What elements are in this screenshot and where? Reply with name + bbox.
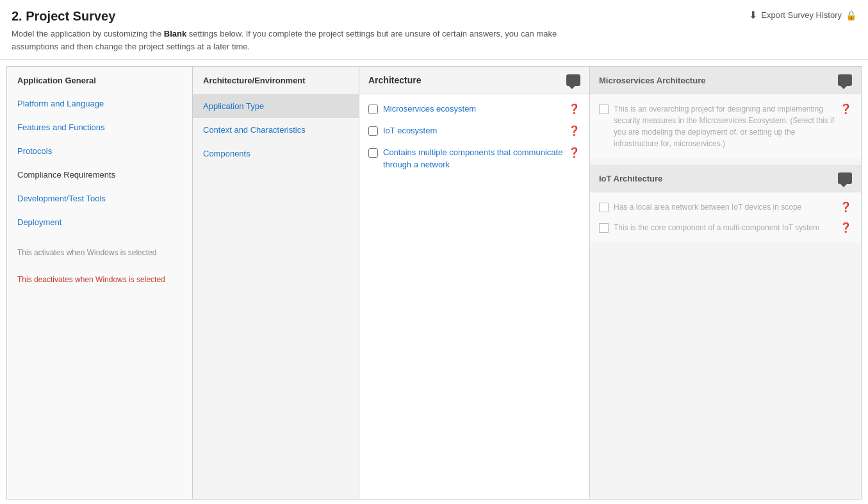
help-icon-iot[interactable]: ❓ — [568, 125, 580, 137]
iot-card-title: IoT Architecture — [599, 174, 662, 183]
arch-panel-header: Architecture — [359, 67, 589, 94]
lock-icon: 🔒 — [846, 10, 856, 21]
microservices-checkbox-disabled — [599, 105, 609, 114]
arch-panel-body: Microservices ecosystem ❓ IoT ecosystem … — [359, 94, 589, 190]
middle-column: Architecture/Environment Application Typ… — [193, 67, 359, 499]
middle-nav-components[interactable]: Components — [193, 142, 359, 165]
help-icon-iot-0: ❓ — [840, 201, 852, 213]
right-panel: Microservices Architecture This is an ov… — [590, 67, 861, 499]
middle-col-title: Architecture/Environment — [193, 76, 359, 94]
iot-card-header: IoT Architecture — [590, 165, 861, 192]
desc-bold: Blank — [164, 29, 186, 38]
checkbox-row-microservices: Microservices ecosystem ❓ — [368, 103, 580, 115]
microservices-card-header: Microservices Architecture — [590, 67, 861, 94]
microservices-card-body: This is an overarching project for desig… — [590, 94, 861, 158]
deactivates-note: This deactivates when Windows is selecte… — [7, 267, 192, 292]
iot-info-row-0: Has a local area network between IoT dev… — [599, 201, 852, 213]
page-header: 2. Project Survey Model the application … — [0, 0, 868, 60]
iot-card: IoT Architecture Has a local area networ… — [590, 165, 861, 242]
sidebar-item-protocols[interactable]: Protocols — [7, 139, 192, 163]
divider — [590, 158, 861, 165]
cb-label-multi-component: Contains multiple components that commun… — [383, 147, 563, 170]
export-survey-button[interactable]: ⬇ Export Survey History 🔒 — [749, 9, 856, 21]
help-icon-iot-1: ❓ — [840, 222, 852, 233]
cb-label-microservices: Microservices ecosystem — [383, 103, 563, 115]
sidebar-item-deployment[interactable]: Deployment — [7, 210, 192, 234]
download-icon: ⬇ — [749, 9, 757, 21]
help-icon-microservices[interactable]: ❓ — [568, 103, 580, 115]
main-layout: Application General Platform and Languag… — [6, 66, 862, 500]
cb-label-iot: IoT ecosystem — [383, 125, 563, 137]
iot-info-row-1: This is the core component of a multi-co… — [599, 222, 852, 233]
activates-note: This activates when Windows is selected — [7, 240, 192, 265]
sidebar-item-features-functions[interactable]: Features and Functions — [7, 115, 192, 139]
microservices-card: Microservices Architecture This is an ov… — [590, 67, 861, 158]
iot-info-text-1: This is the core component of a multi-co… — [614, 222, 835, 233]
sidebar-left: Application General Platform and Languag… — [7, 67, 193, 499]
checkbox-iot[interactable] — [368, 126, 378, 136]
help-icon-ms-info: ❓ — [840, 103, 852, 115]
middle-nav-context[interactable]: Context and Characteristics — [193, 118, 359, 142]
export-label: Export Survey History — [761, 10, 842, 20]
middle-nav-application-type[interactable]: Application Type — [193, 94, 359, 118]
sidebar-item-compliance[interactable]: Compliance Requirements — [7, 163, 192, 187]
checkbox-row-iot: IoT ecosystem ❓ — [368, 125, 580, 137]
page-description: Model the application by customizing the… — [12, 28, 588, 53]
iot-info-text-0: Has a local area network between IoT dev… — [614, 201, 835, 213]
sidebar-item-devtest-tools[interactable]: Development/Test Tools — [7, 187, 192, 210]
iot-checkbox-disabled-0 — [599, 203, 609, 212]
arch-panel-title: Architecture — [368, 75, 421, 85]
iot-checkbox-disabled-1 — [599, 223, 609, 233]
desc-before: Model the application by customizing the — [12, 29, 164, 38]
checkbox-row-multi-component: Contains multiple components that commun… — [368, 147, 580, 170]
architecture-panel: Architecture Microservices ecosystem ❓ I… — [359, 67, 590, 499]
chat-icon-arch[interactable] — [566, 74, 580, 86]
sidebar-section-title: Application General — [7, 76, 192, 92]
microservices-info-text-0: This is an overarching project for desig… — [614, 103, 835, 149]
checkbox-microservices[interactable] — [368, 105, 378, 114]
chat-icon-microservices[interactable] — [838, 74, 852, 86]
iot-card-body: Has a local area network between IoT dev… — [590, 192, 861, 242]
microservices-info-row-0: This is an overarching project for desig… — [599, 103, 852, 149]
microservices-card-title: Microservices Architecture — [599, 76, 705, 85]
sidebar-item-platform-language[interactable]: Platform and Language — [7, 92, 192, 115]
help-icon-multi-component[interactable]: ❓ — [568, 147, 580, 158]
chat-icon-iot[interactable] — [838, 172, 852, 184]
page-title: 2. Project Survey — [12, 9, 856, 24]
checkbox-multi-component[interactable] — [368, 148, 378, 158]
